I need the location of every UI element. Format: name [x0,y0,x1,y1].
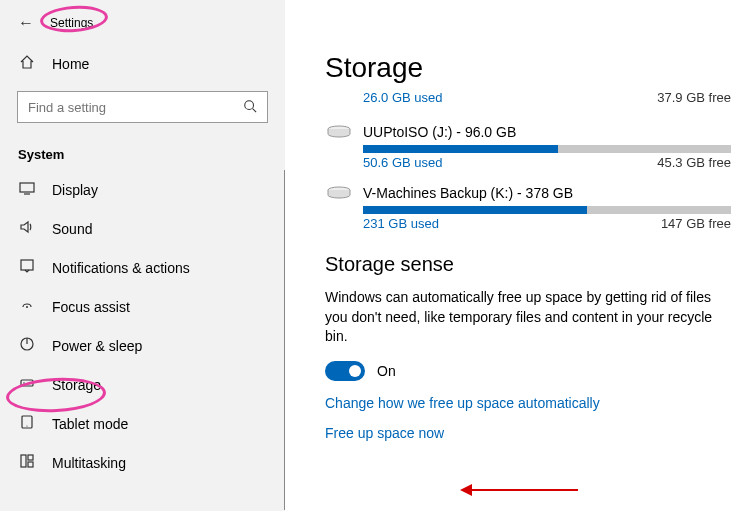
svg-rect-2 [20,183,34,192]
usage-bar [363,206,731,214]
sidebar-item-home[interactable]: Home [0,44,285,83]
sidebar-item-power-sleep[interactable]: Power & sleep [0,326,285,365]
change-free-up-link[interactable]: Change how we free up space automaticall… [325,395,722,411]
toggle-state-label: On [377,363,396,379]
svg-point-9 [23,382,25,384]
drive-icon [325,184,353,202]
sidebar-item-sound[interactable]: Sound [0,209,285,248]
svg-rect-4 [21,260,33,270]
sidebar-item-label: Notifications & actions [52,260,190,276]
svg-point-11 [26,425,27,426]
svg-rect-14 [28,462,33,467]
storage-sense-desc: Windows can automatically free up space … [325,288,722,347]
svg-rect-13 [28,455,33,460]
drive-label: V-Machines Backup (K:) - 378 GB [363,185,573,201]
usage-bar [363,145,731,153]
drive-label: UUPtoISO (J:) - 96.0 GB [363,124,516,140]
notifications-icon [18,258,36,277]
multitasking-icon [18,453,36,472]
home-icon [18,54,36,73]
sidebar-divider [284,170,285,510]
search-input[interactable] [17,91,268,123]
sidebar-item-label: Tablet mode [52,416,128,432]
svg-point-5 [26,306,28,308]
drive-icon [325,123,353,141]
primary-drive-summary: 26.0 GB used 37.9 GB free [363,90,722,105]
svg-rect-8 [21,380,33,386]
sound-icon [18,219,36,238]
power-icon [18,336,36,355]
sidebar-item-multitasking[interactable]: Multitasking [0,443,285,482]
sidebar-item-label: Display [52,182,98,198]
sidebar-item-label: Multitasking [52,455,126,471]
svg-rect-12 [21,455,26,467]
drive-free-label: 147 GB free [661,216,731,231]
focus-assist-icon [18,297,36,316]
tablet-icon [18,414,36,433]
sidebar-item-notifications[interactable]: Notifications & actions [0,248,285,287]
sidebar-section-label: System [0,135,285,170]
drive-used-link[interactable]: 50.6 GB used [363,155,443,170]
primary-free-label: 37.9 GB free [657,90,731,105]
sidebar-item-focus-assist[interactable]: Focus assist [0,287,285,326]
page-title: Storage [325,52,722,84]
storage-sense-title: Storage sense [325,253,722,276]
main-content: Storage 26.0 GB used 37.9 GB free UUPtoI… [285,0,750,511]
search-icon [243,99,257,116]
svg-line-1 [253,108,257,112]
drive-free-label: 45.3 GB free [657,155,731,170]
sidebar-item-label: Power & sleep [52,338,142,354]
drive-used-link[interactable]: 231 GB used [363,216,439,231]
display-icon [18,180,36,199]
sidebar-item-storage[interactable]: Storage [0,365,285,404]
drive-row[interactable]: V-Machines Backup (K:) - 378 GB 231 GB u… [325,184,722,231]
window-title: Settings [50,16,93,30]
sidebar-item-tablet-mode[interactable]: Tablet mode [0,404,285,443]
back-icon[interactable]: ← [18,14,40,32]
drive-row[interactable]: UUPtoISO (J:) - 96.0 GB 50.6 GB used 45.… [325,123,722,170]
sidebar-item-display[interactable]: Display [0,170,285,209]
svg-point-0 [245,100,254,109]
sidebar-item-label: Focus assist [52,299,130,315]
storage-icon [18,375,36,394]
primary-used-link[interactable]: 26.0 GB used [363,90,443,105]
search-field[interactable] [28,100,243,115]
storage-sense-toggle[interactable] [325,361,365,381]
sidebar-item-label: Home [52,56,89,72]
sidebar: ← Settings Home System Display Sound Not… [0,0,285,511]
sidebar-item-label: Storage [52,377,101,393]
free-up-now-link[interactable]: Free up space now [325,425,722,441]
sidebar-item-label: Sound [52,221,92,237]
